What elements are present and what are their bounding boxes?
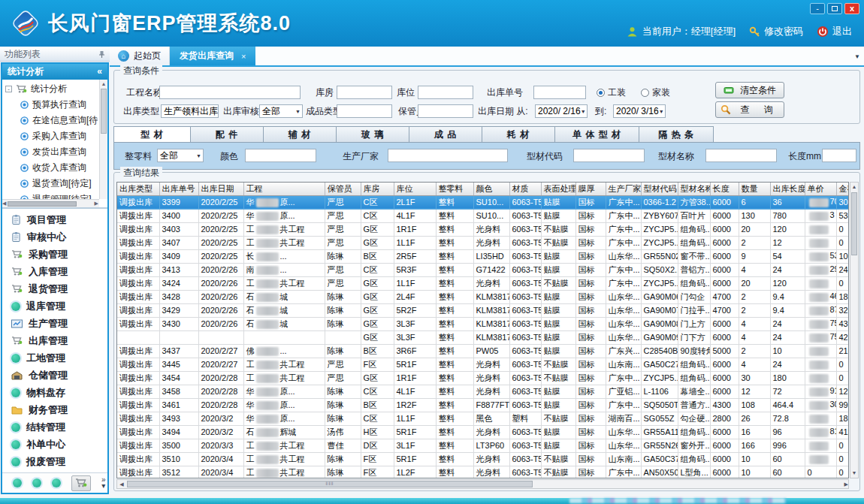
- column-header[interactable]: 出库日期: [198, 183, 243, 195]
- column-header[interactable]: 出库类型: [117, 183, 159, 195]
- change-password-link[interactable]: 修改密码: [749, 25, 803, 38]
- sidebar-section-header[interactable]: 统计分析 «: [2, 64, 107, 80]
- scroll-right-icon[interactable]: ▶: [95, 201, 98, 207]
- radio-gongzhuang[interactable]: 工装: [597, 86, 626, 99]
- search-button[interactable]: 查 询: [715, 101, 784, 118]
- sidebar-item-仓储管理[interactable]: 仓储管理: [2, 367, 107, 384]
- column-header[interactable]: 金额: [836, 183, 849, 195]
- table-row[interactable]: 调拨出库35122020/3/4工共工程陈琳F区1L2F整料光身料6063-T5…: [117, 466, 849, 478]
- table-row[interactable]: 调拨出库34032020/2/25工共工程严思G区1R1F整料光身料6063-T…: [117, 222, 849, 236]
- column-header[interactable]: 出库单号: [159, 183, 198, 195]
- table-row[interactable]: 调拨出库34002020/2/25华原...严思C区4L1F整料SU10...6…: [117, 209, 849, 222]
- column-header[interactable]: 库位: [394, 183, 436, 195]
- column-header[interactable]: 生产厂家: [606, 183, 641, 195]
- table-row[interactable]: 调拨出库34242020/2/26工共工程严思G区1L1F整料光身料6063-T…: [117, 276, 849, 290]
- column-header[interactable]: 颜色: [473, 183, 509, 195]
- column-header[interactable]: 材质: [509, 183, 541, 195]
- tree-item[interactable]: 发货出库查询: [2, 144, 99, 160]
- color-input[interactable]: [245, 149, 316, 162]
- scroll-left-icon[interactable]: ◀: [2, 201, 6, 207]
- sidebar-item-审核中心[interactable]: 审核中心: [2, 228, 107, 246]
- logout-link[interactable]: 退出: [817, 25, 852, 38]
- scroll-left-icon[interactable]: ◀: [117, 481, 126, 487]
- sidebar-item-退库管理[interactable]: 退库管理: [2, 297, 107, 315]
- sidebar-item-采购管理[interactable]: 采购管理: [2, 246, 107, 263]
- table-row[interactable]: 调拨出库34282020/2/26石城陈琳G区2L4F整料KLM38176063…: [117, 290, 849, 303]
- location-input[interactable]: [418, 86, 473, 99]
- sidebar-item-退货管理[interactable]: 退货管理: [2, 280, 107, 297]
- scroll-down-icon[interactable]: ▼: [850, 469, 858, 478]
- tree-horizontal-scrollbar[interactable]: ◀▶: [2, 199, 99, 207]
- column-header[interactable]: 长度: [710, 183, 739, 195]
- material-tab[interactable]: 单 体 型 材: [555, 126, 639, 143]
- table-row[interactable]: 调拨出库34932020/3/2华原...陈琳C区1L1F整料黑色塑料不贴膜国标…: [117, 412, 849, 425]
- table-row[interactable]: 调拨出库34542020/2/28工共工程严思G区1R1F整料光身料6063-T…: [117, 371, 849, 385]
- length-input[interactable]: [822, 149, 856, 162]
- sidebar-item-项目管理[interactable]: 项目管理: [2, 211, 107, 228]
- dot-icon[interactable]: [52, 478, 61, 487]
- maximize-button[interactable]: [827, 3, 842, 14]
- profile-code-input[interactable]: [573, 149, 645, 162]
- material-tab[interactable]: 成 品: [409, 126, 482, 143]
- dot-icon[interactable]: [32, 478, 41, 487]
- overflow-chevron[interactable]: »▾: [101, 477, 106, 489]
- table-row[interactable]: 调拨出库35102020/3/4工共工程陈琳F区5R1F整料光身料6063-T5…: [117, 452, 849, 466]
- column-header[interactable]: 膜厚: [575, 183, 606, 195]
- table-row[interactable]: 调拨出库34302020/2/26石城陈琳G区3L3F整料KLM38176063…: [117, 317, 849, 330]
- tab-list-dropdown-icon[interactable]: ▼: [854, 53, 860, 60]
- column-header[interactable]: 保管员: [325, 183, 361, 195]
- profile-name-input[interactable]: [705, 149, 777, 162]
- cart-toolbar-button[interactable]: [71, 475, 91, 491]
- table-row[interactable]: 调拨出库34292020/2/26石城陈琳G区5R2F整料KLM38176063…: [117, 303, 849, 317]
- audit-select[interactable]: 全部▼: [259, 104, 303, 118]
- results-vertical-scrollbar[interactable]: ▲▼: [850, 182, 859, 478]
- column-header[interactable]: 库房: [361, 183, 394, 195]
- tree-item[interactable]: 退货查询[待定]: [2, 176, 99, 192]
- collapse-icon[interactable]: «: [97, 64, 102, 80]
- order-no-input[interactable]: [533, 86, 586, 99]
- tab-home[interactable]: ⌂ 起始页: [110, 47, 170, 65]
- column-header[interactable]: 型材名称: [678, 183, 710, 195]
- warehouse-input[interactable]: [337, 86, 392, 99]
- sidebar-item-入库管理[interactable]: 入库管理: [2, 263, 107, 280]
- close-button[interactable]: x: [844, 3, 859, 14]
- tree-vertical-scrollbar[interactable]: ▲: [99, 80, 107, 199]
- sidebar-item-报废管理[interactable]: 报废管理: [2, 453, 107, 470]
- table-row[interactable]: 调拨出库35002020/3/3工共工程曹佳D区3L1F整料LT3P606063…: [117, 439, 849, 452]
- material-tab[interactable]: 型 材: [113, 126, 191, 143]
- column-header[interactable]: 单价: [805, 183, 836, 195]
- keeper-input[interactable]: [418, 104, 473, 118]
- manufacturer-input[interactable]: [388, 149, 508, 162]
- table-row[interactable]: 调拨出库34092020/2/25长...陈琳B区2R5F整料LI35HD606…: [117, 249, 849, 263]
- date-from-select[interactable]: 2020/ 2/16▼: [535, 104, 588, 118]
- sidebar-item-结转管理[interactable]: 结转管理: [2, 418, 107, 436]
- material-tab[interactable]: 耗 材: [482, 126, 555, 143]
- tree-item[interactable]: 采购入库查询: [2, 128, 99, 144]
- material-tab[interactable]: 辅 材: [264, 126, 337, 143]
- pin-icon[interactable]: [98, 50, 105, 59]
- dot-icon[interactable]: [13, 478, 22, 487]
- scroll-up-icon[interactable]: ▲: [850, 183, 858, 192]
- sidebar-item-物料盘存[interactable]: 物料盘存: [2, 384, 107, 401]
- material-tab[interactable]: 隔 热 条: [639, 126, 714, 143]
- sidebar-item-补单中心[interactable]: 补单中心: [2, 436, 107, 453]
- table-row[interactable]: 调拨出库34072020/2/25工共工程严思G区1L1F整料光身料6063-T…: [117, 236, 849, 249]
- sidebar-item-出库管理[interactable]: 出库管理: [2, 332, 107, 349]
- table-row[interactable]: 调拨出库34132020/2/26南...严思C区5R3F整料G71422606…: [117, 263, 849, 276]
- scroll-right-icon[interactable]: ▶: [844, 481, 848, 487]
- column-header[interactable]: 出库长度: [770, 183, 805, 195]
- table-row[interactable]: 调拨出库33992020/2/25华原...严思C区2L1F整料SU10...6…: [117, 195, 849, 209]
- tree-item[interactable]: 预算执行查询: [2, 97, 99, 113]
- tab-shipping-outbound-query[interactable]: 发货出库查询 ×: [170, 47, 255, 65]
- whole-part-select[interactable]: 全部▼: [157, 149, 204, 162]
- material-tab[interactable]: 配 件: [191, 126, 264, 143]
- column-header[interactable]: 工程: [243, 183, 325, 195]
- project-name-input[interactable]: [159, 86, 301, 99]
- material-tab[interactable]: 玻 璃: [337, 126, 409, 143]
- date-to-select[interactable]: 2020/ 3/16▼: [613, 104, 666, 118]
- product-type-input[interactable]: [337, 104, 392, 118]
- tree-root[interactable]: -统计分析: [2, 81, 99, 97]
- column-header[interactable]: 数量: [739, 183, 770, 195]
- table-row[interactable]: 调拨出库34582020/2/28华原...陈琳C区4L1F整料光身料6063-…: [117, 385, 849, 398]
- tree-item[interactable]: 收货入库查询: [2, 160, 99, 176]
